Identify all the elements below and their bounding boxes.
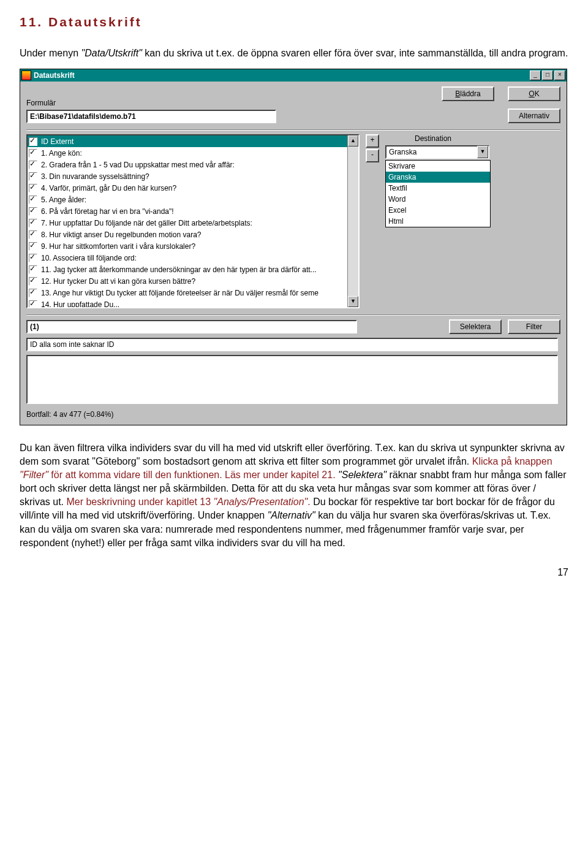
scroll-up-button[interactable]: ▲ <box>348 135 358 147</box>
list-item-label: 9. Hur har sittkomforten varit i våra ku… <box>41 242 195 251</box>
list-item[interactable]: 8. Hur viktigt anser Du regelbunden moti… <box>28 229 348 240</box>
titlebar: Datautskrift _ □ × <box>20 69 567 82</box>
checkbox-icon[interactable] <box>29 254 37 262</box>
intro-b: kan du skriva ut t.ex. de öppna svaren e… <box>142 48 568 58</box>
page-number: 17 <box>20 567 568 578</box>
filter-button[interactable]: Filter <box>508 319 560 334</box>
dropdown-option[interactable]: Textfil <box>386 183 490 194</box>
intro-a: Under menyn <box>20 48 81 58</box>
list-item[interactable]: 4. Varför, primärt, går Du den här kurse… <box>28 182 348 194</box>
list-item-label: 3. Din nuvarande sysselsättning? <box>41 172 149 181</box>
list-item[interactable]: ID Externt <box>28 135 348 147</box>
dropdown-option[interactable]: Skrivare <box>386 161 490 172</box>
checkbox-icon[interactable] <box>29 149 37 158</box>
status-text: Bortfall: 4 av 477 (=0.84%) <box>26 410 560 419</box>
dropdown-option[interactable]: Word <box>386 194 490 205</box>
intro-kw-data-utskrift: "Data/Utskrift" <box>81 48 142 58</box>
list-item-label: 8. Hur viktigt anser Du regelbunden moti… <box>41 230 201 239</box>
checkbox-icon[interactable] <box>29 230 37 239</box>
list-item[interactable]: 12. Hur tycker Du att vi kan göra kursen… <box>28 275 348 287</box>
p2-red2: Mer beskrivning under kapitlet 13 "Analy… <box>66 497 310 507</box>
list-item-label: 13. Ange hur viktigt Du tycker att följa… <box>41 289 318 297</box>
destination-label: Destination <box>415 134 545 143</box>
count-field: (1) <box>26 320 357 333</box>
window-title: Datautskrift <box>34 71 529 80</box>
list-item-label: ID Externt <box>41 137 74 146</box>
list-item[interactable]: 13. Ange hur viktigt Du tycker att följa… <box>28 287 348 299</box>
scrollbar[interactable]: ▲ ▼ <box>347 135 358 307</box>
checkbox-icon[interactable] <box>29 184 37 192</box>
p2-kw-sel: "Selektera" <box>338 470 386 480</box>
section-heading: 11. Datautskrift <box>20 15 568 29</box>
id-filter-field[interactable]: ID alla som inte saknar ID <box>26 338 558 351</box>
questions-listbox[interactable]: ID Externt1. Ange kön:2. Gradera från 1 … <box>26 134 360 308</box>
list-item-label: 5. Ange ålder: <box>41 196 86 204</box>
list-item[interactable]: 2. Gradera från 1 - 5 vad Du uppskattar … <box>28 159 348 170</box>
checkbox-icon[interactable] <box>29 277 37 286</box>
remove-button[interactable]: - <box>366 149 379 162</box>
checkbox-icon[interactable] <box>29 219 37 227</box>
destination-dropdown-list[interactable]: SkrivareGranskaTextfilWordExcelHtml <box>385 160 491 227</box>
p2-kw-alt: "Alternativ" <box>268 510 315 520</box>
list-item[interactable]: 9. Hur har sittkomforten varit i våra ku… <box>28 240 348 252</box>
list-item-label: 11. Jag tycker att återkommande undersök… <box>41 265 317 274</box>
list-item[interactable]: 5. Ange ålder: <box>28 194 348 205</box>
path-field[interactable]: E:\Bibase71\datafils\demo.b71 <box>26 110 276 123</box>
list-item-label: 6. På vårt företag har vi en bra "vi-and… <box>41 207 174 216</box>
list-item-label: 2. Gradera från 1 - 5 vad Du uppskattar … <box>41 161 235 169</box>
checkbox-icon[interactable] <box>29 137 37 146</box>
checkbox-icon[interactable] <box>29 289 37 297</box>
dropdown-option[interactable]: Granska <box>386 172 490 183</box>
intro-paragraph: Under menyn "Data/Utskrift" kan du skriv… <box>20 47 568 60</box>
select-button[interactable]: Selektera <box>449 319 502 334</box>
checkbox-icon[interactable] <box>29 265 37 274</box>
ok-button[interactable]: OK <box>508 86 560 101</box>
list-item-label: 1. Ange kön: <box>41 149 82 158</box>
close-button[interactable]: × <box>554 70 565 80</box>
checkbox-icon[interactable] <box>29 196 37 204</box>
list-item[interactable]: 6. På vårt företag har vi en bra "vi-and… <box>28 205 348 217</box>
list-item-label: 4. Varför, primärt, går Du den här kurse… <box>41 184 176 192</box>
list-item[interactable]: 10. Associera till följande ord: <box>28 252 348 264</box>
destination-combo[interactable]: Granska ▼ <box>385 145 489 159</box>
divider-2 <box>26 314 560 316</box>
minimize-button[interactable]: _ <box>530 70 541 80</box>
app-window: Datautskrift _ □ × Formulär E:\Bibase71\… <box>20 69 567 425</box>
chevron-down-icon[interactable]: ▼ <box>477 146 488 158</box>
list-item-label: 7. Hur uppfattar Du följande när det gäl… <box>41 219 252 227</box>
list-item[interactable]: 7. Hur uppfattar Du följande när det gäl… <box>28 217 348 229</box>
scroll-down-button[interactable]: ▼ <box>348 296 358 307</box>
list-item[interactable]: 11. Jag tycker att återkommande undersök… <box>28 264 348 275</box>
list-item-label: 12. Hur tycker Du att vi kan göra kursen… <box>41 277 195 286</box>
divider <box>26 129 560 131</box>
checkbox-icon[interactable] <box>29 242 37 251</box>
app-icon <box>21 70 31 80</box>
dropdown-option[interactable]: Excel <box>386 205 490 216</box>
checkbox-icon[interactable] <box>29 172 37 181</box>
checkbox-icon[interactable] <box>29 207 37 216</box>
destination-value: Granska <box>389 148 417 156</box>
form-label: Formulär <box>26 99 276 107</box>
options-button[interactable]: Alternativ <box>508 108 560 123</box>
list-item[interactable]: 3. Din nuvarande sysselsättning? <box>28 170 348 182</box>
list-item[interactable]: 14. Hur uppfattade Du... <box>28 299 348 308</box>
checkbox-icon[interactable] <box>29 300 37 309</box>
checkbox-icon[interactable] <box>29 161 37 169</box>
blank-area <box>26 355 558 404</box>
list-item[interactable]: 1. Ange kön: <box>28 147 348 159</box>
list-item-label: 14. Hur uppfattade Du... <box>41 300 119 309</box>
maximize-button[interactable]: □ <box>542 70 553 80</box>
browse-button[interactable]: Bläddra <box>442 86 494 101</box>
dropdown-option[interactable]: Html <box>386 216 490 227</box>
para2: Du kan även filtrera vilka individers sv… <box>20 441 568 550</box>
add-button[interactable]: + <box>366 134 379 148</box>
list-item-label: 10. Associera till följande ord: <box>41 254 137 262</box>
